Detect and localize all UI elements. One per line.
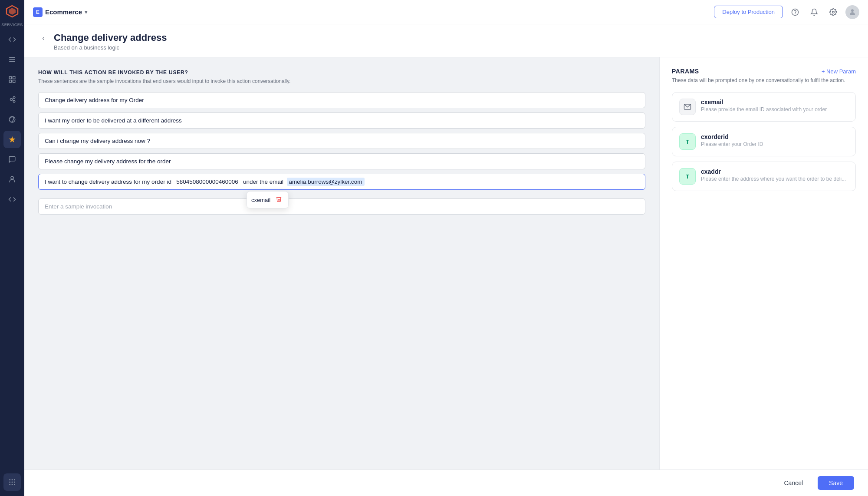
invocation-section-desc: These sentences are the sample invocatio… — [38, 78, 645, 84]
svg-point-29 — [851, 9, 854, 12]
app-logo — [4, 3, 20, 19]
svg-point-15 — [12, 122, 13, 122]
params-header: PARAMS + New Param — [672, 68, 856, 75]
invocation-input-1[interactable] — [38, 92, 645, 108]
sidebar: Services — [0, 0, 24, 496]
page-header: ‹ Change delivery address Based on a bus… — [24, 24, 868, 57]
invocation-text-prefix: I want to change delivery address for my… — [45, 179, 287, 185]
page-title-block: Change delivery address Based on a busin… — [54, 32, 167, 51]
param-email-icon — [679, 99, 696, 115]
sidebar-item-support[interactable] — [3, 111, 21, 128]
right-panel: PARAMS + New Param These data will be pr… — [660, 57, 868, 470]
sidebar-item-list[interactable] — [3, 51, 21, 68]
svg-point-16 — [11, 176, 13, 179]
param-info-cxemail: cxemail Please provide the email ID asso… — [701, 99, 827, 112]
svg-rect-22 — [14, 482, 15, 483]
param-desc-cxorderid: Please enter your Order ID — [701, 141, 763, 147]
svg-line-12 — [12, 98, 13, 99]
param-tooltip: cxemail — [247, 191, 289, 208]
help-icon[interactable] — [788, 5, 802, 19]
svg-marker-1 — [9, 8, 16, 15]
highlighted-email-chip[interactable]: amelia.burrows@zylker.com — [287, 178, 365, 186]
param-desc-cxemail: Please provide the email ID associated w… — [701, 106, 827, 112]
settings-icon[interactable] — [826, 5, 840, 19]
page-subtitle: Based on a business logic — [54, 44, 167, 51]
svg-rect-7 — [9, 80, 11, 83]
footer: Cancel Save — [24, 470, 868, 496]
param-info-cxorderid: cxorderid Please enter your Order ID — [701, 133, 763, 147]
deploy-to-production-button[interactable]: Deploy to Production — [714, 6, 783, 18]
param-text-icon-cxaddr: T — [679, 168, 696, 185]
invocation-input-2[interactable] — [38, 112, 645, 129]
new-param-button[interactable]: + New Param — [822, 68, 856, 75]
invocation-input-6[interactable] — [38, 198, 645, 215]
sidebar-item-code[interactable] — [3, 31, 21, 48]
svg-rect-8 — [13, 80, 15, 83]
svg-rect-5 — [9, 76, 11, 79]
sidebar-item-contacts[interactable] — [3, 171, 21, 188]
svg-rect-6 — [13, 76, 15, 79]
param-card-cxemail[interactable]: cxemail Please provide the email ID asso… — [672, 92, 856, 122]
sidebar-item-chat[interactable] — [3, 151, 21, 168]
main-area: E Ecommerce ▾ Deploy to Production ‹ — [24, 0, 868, 496]
page-title: Change delivery address — [54, 32, 167, 43]
cancel-button[interactable]: Cancel — [774, 476, 812, 490]
invocation-input-4[interactable] — [38, 153, 645, 169]
app-name[interactable]: E Ecommerce ▾ — [33, 7, 87, 17]
svg-rect-24 — [12, 484, 13, 485]
svg-line-13 — [12, 99, 13, 101]
back-button[interactable]: ‹ — [38, 33, 49, 43]
sidebar-item-code2[interactable] — [3, 191, 21, 208]
svg-rect-18 — [12, 479, 13, 480]
app-chevron-icon[interactable]: ▾ — [85, 9, 87, 15]
tooltip-delete-icon[interactable] — [274, 195, 284, 205]
invocation-section-heading: HOW WILL THIS ACTION BE INVOKED BY THE U… — [38, 69, 645, 76]
param-text-icon-cxorderid: T — [679, 133, 696, 150]
body-split: HOW WILL THIS ACTION BE INVOKED BY THE U… — [24, 57, 868, 470]
svg-rect-19 — [14, 479, 15, 480]
sidebar-item-integrations[interactable] — [3, 91, 21, 108]
sidebar-bottom — [3, 472, 21, 493]
param-name-cxemail: cxemail — [701, 99, 827, 106]
services-label: Services — [1, 23, 23, 27]
notifications-icon[interactable] — [807, 5, 821, 19]
svg-rect-23 — [9, 484, 10, 485]
param-name-cxorderid: cxorderid — [701, 133, 763, 140]
svg-rect-25 — [14, 484, 15, 485]
content: ‹ Change delivery address Based on a bus… — [24, 24, 868, 496]
svg-rect-20 — [9, 482, 10, 483]
sidebar-item-dashboard[interactable] — [3, 71, 21, 88]
param-desc-cxaddr: Please enter the address where you want … — [701, 176, 846, 182]
tooltip-param-label: cxemail — [251, 197, 270, 203]
svg-rect-17 — [9, 479, 10, 480]
param-info-cxaddr: cxaddr Please enter the address where yo… — [701, 168, 846, 182]
svg-point-28 — [832, 11, 835, 13]
app-name-label: Ecommerce — [45, 8, 82, 16]
svg-point-9 — [10, 99, 13, 101]
left-panel: HOW WILL THIS ACTION BE INVOKED BY THE U… — [24, 57, 660, 470]
apps-button[interactable] — [3, 473, 21, 491]
sidebar-item-ai[interactable] — [3, 131, 21, 148]
user-avatar[interactable] — [845, 5, 859, 19]
topbar: E Ecommerce ▾ Deploy to Production — [24, 0, 868, 24]
invocation-input-3[interactable] — [38, 133, 645, 149]
save-button[interactable]: Save — [818, 476, 854, 490]
param-name-cxaddr: cxaddr — [701, 168, 846, 175]
param-card-cxaddr[interactable]: T cxaddr Please enter the address where … — [672, 162, 856, 191]
app-badge: E — [33, 7, 43, 17]
params-desc: These data will be prompted one by one c… — [672, 77, 856, 83]
param-card-cxorderid[interactable]: T cxorderid Please enter your Order ID — [672, 127, 856, 156]
topbar-right: Deploy to Production — [714, 5, 859, 19]
invocation-row-5: I want to change delivery address for my… — [38, 174, 645, 190]
params-title: PARAMS — [672, 68, 699, 75]
svg-rect-21 — [12, 482, 13, 483]
